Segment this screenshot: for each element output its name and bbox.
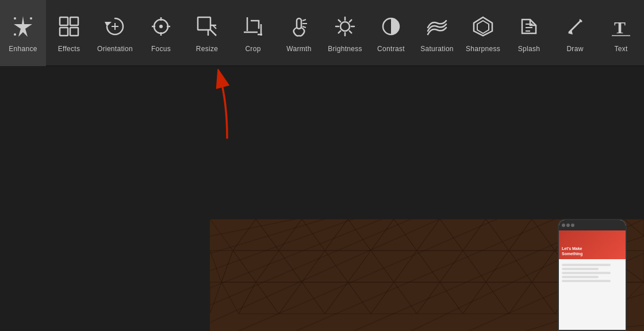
- svg-point-30: [340, 22, 350, 31]
- focus-icon: [147, 13, 175, 40]
- sharpness-label: Sharpness: [466, 45, 500, 53]
- svg-rect-7: [70, 28, 78, 36]
- tool-draw[interactable]: Draw: [552, 0, 598, 66]
- arrow-indicator: [204, 69, 239, 146]
- text-label: Text: [614, 45, 627, 53]
- svg-rect-17: [198, 17, 210, 30]
- tool-focus[interactable]: Focus: [138, 0, 184, 66]
- tool-brightness[interactable]: Brightness: [322, 0, 368, 66]
- toolbar: Enhance Effects Orientation Focus Resize…: [0, 0, 644, 66]
- svg-line-20: [210, 30, 216, 36]
- draw-label: Draw: [566, 45, 583, 53]
- svg-point-3: [14, 33, 16, 36]
- svg-line-36: [350, 31, 352, 33]
- tool-contrast[interactable]: Contrast: [368, 0, 414, 66]
- saturation-icon: [423, 13, 451, 40]
- svg-marker-8: [105, 22, 112, 26]
- svg-marker-41: [477, 21, 489, 33]
- phone-hero-text: Let's MakeSomething: [562, 247, 582, 256]
- svg-text:T: T: [614, 18, 626, 37]
- orientation-label: Orientation: [97, 45, 133, 53]
- brightness-icon: [331, 13, 359, 40]
- svg-rect-6: [60, 28, 68, 36]
- tool-warmth[interactable]: Warmth: [276, 0, 322, 66]
- tool-crop[interactable]: Crop: [230, 0, 276, 66]
- tool-sharpness[interactable]: Sharpness: [460, 0, 506, 66]
- text-icon: T: [607, 13, 635, 40]
- warmth-label: Warmth: [286, 45, 311, 53]
- phone-body: [559, 259, 626, 287]
- svg-line-37: [350, 20, 352, 22]
- tool-splash[interactable]: Splash: [506, 0, 552, 66]
- tool-saturation[interactable]: Saturation: [414, 0, 460, 66]
- tool-resize[interactable]: Resize: [184, 0, 230, 66]
- enhance-label: Enhance: [9, 45, 37, 53]
- resize-label: Resize: [196, 45, 218, 53]
- focus-label: Focus: [151, 45, 171, 53]
- crop-label: Crop: [245, 45, 260, 53]
- svg-rect-4: [60, 17, 68, 25]
- tool-text[interactable]: T Text: [598, 0, 644, 66]
- tool-orientation[interactable]: Orientation: [92, 0, 138, 66]
- main-area: Let's MakeSomething: [0, 66, 644, 331]
- splash-label: Splash: [518, 45, 540, 53]
- effects-label: Effects: [58, 45, 80, 53]
- svg-point-12: [159, 25, 163, 28]
- svg-line-27: [302, 20, 306, 21]
- tool-enhance[interactable]: Enhance: [0, 0, 46, 66]
- brightness-label: Brightness: [328, 45, 362, 53]
- orientation-icon: [101, 13, 129, 40]
- sharpness-icon: [469, 13, 497, 40]
- phone-screen: Let's MakeSomething: [559, 220, 626, 330]
- warmth-icon: [285, 13, 313, 40]
- svg-line-38: [339, 31, 341, 33]
- svg-point-2: [30, 17, 32, 20]
- crop-icon: [239, 13, 267, 40]
- contrast-label: Contrast: [377, 45, 405, 53]
- svg-rect-5: [70, 17, 78, 25]
- contrast-icon: [377, 13, 405, 40]
- phone-header: [559, 220, 626, 230]
- phone-hero: Let's MakeSomething: [559, 230, 626, 259]
- svg-line-35: [339, 20, 341, 22]
- svg-point-1: [14, 17, 16, 20]
- resize-icon: [193, 13, 221, 40]
- draw-icon: [561, 13, 589, 40]
- enhance-icon: [9, 13, 37, 40]
- svg-rect-26: [297, 18, 301, 29]
- phone-mockup: Let's MakeSomething: [558, 219, 627, 331]
- saturation-label: Saturation: [420, 45, 454, 53]
- svg-marker-0: [14, 16, 32, 37]
- phone-content: Let's MakeSomething: [559, 230, 626, 330]
- image-preview: Let's MakeSomething: [210, 219, 644, 331]
- splash-icon: [515, 13, 543, 40]
- svg-line-29: [302, 26, 306, 28]
- tool-effects[interactable]: Effects: [46, 0, 92, 66]
- effects-icon: [55, 13, 83, 40]
